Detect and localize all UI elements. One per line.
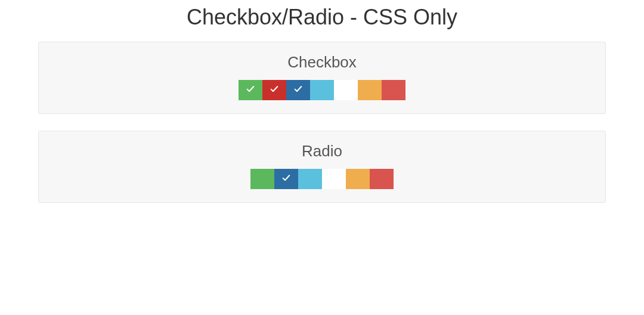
radio-panel: Radio xyxy=(38,131,606,203)
checkbox-panel: Checkbox xyxy=(38,42,606,114)
checkbox-default[interactable] xyxy=(334,80,358,100)
radio-heading: Radio xyxy=(39,142,605,160)
checkbox-heading: Checkbox xyxy=(39,53,605,72)
checkbox-red[interactable] xyxy=(382,80,405,100)
check-icon xyxy=(246,84,255,96)
radio-row xyxy=(250,169,394,189)
checkbox-success[interactable] xyxy=(239,80,262,100)
checkbox-row xyxy=(239,80,405,100)
checkbox-info[interactable] xyxy=(310,80,334,100)
checkbox-primary[interactable] xyxy=(286,80,310,100)
radio-primary[interactable] xyxy=(274,169,298,189)
radio-success[interactable] xyxy=(250,169,274,189)
checkbox-danger[interactable] xyxy=(262,80,286,100)
radio-warning[interactable] xyxy=(346,169,370,189)
checkbox-warning[interactable] xyxy=(358,80,382,100)
check-icon xyxy=(270,84,279,96)
radio-red[interactable] xyxy=(370,169,394,189)
check-icon xyxy=(281,173,291,185)
page-title: Checkbox/Radio - CSS Only xyxy=(0,0,644,42)
radio-default[interactable] xyxy=(322,169,346,189)
radio-info[interactable] xyxy=(298,169,322,189)
check-icon xyxy=(293,84,303,96)
